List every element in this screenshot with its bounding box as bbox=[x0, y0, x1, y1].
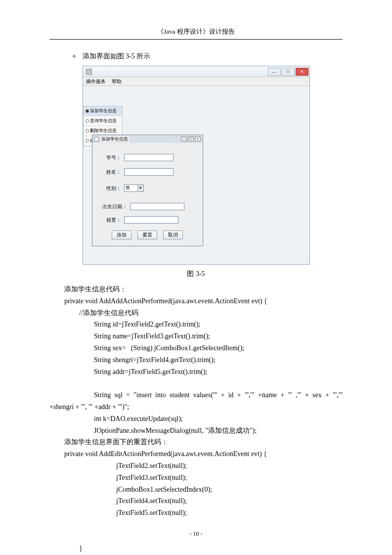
label-name: 姓名： bbox=[101, 169, 121, 176]
code-line: jTextField2.setText(null); bbox=[49, 460, 343, 472]
code-line: 添加学生信息代码： bbox=[49, 283, 343, 295]
header-rule bbox=[49, 39, 343, 40]
page-number: - 10 - bbox=[0, 530, 392, 538]
label-addr: 籍贯： bbox=[101, 217, 121, 224]
code-line: 添加学生信息界面下的重置代码： bbox=[49, 436, 343, 448]
code-blank bbox=[49, 377, 343, 389]
code-line: private void AddEditActionPerformed(java… bbox=[49, 448, 343, 460]
code-line: private void AddAddActionPerformed(java.… bbox=[49, 295, 343, 307]
app-body: 添加学生信息 查询学生信息 删除学生信息 修改学生信息 添加学生信息 – □ × bbox=[83, 86, 309, 264]
code-line: //添加学生信息代码 bbox=[49, 307, 343, 319]
close-button[interactable]: ✕ bbox=[296, 68, 308, 76]
diamond-bullet-icon: ✧ bbox=[72, 53, 77, 60]
iframe-minimize-icon[interactable]: – bbox=[181, 137, 187, 141]
label-id: 学号： bbox=[101, 154, 121, 161]
page-header: 《Java 程序设计》设计报告 bbox=[49, 27, 343, 36]
code-line: int k=DAO.executeUpdate(sql); bbox=[49, 413, 343, 425]
cancel-button[interactable]: 取消 bbox=[163, 231, 183, 239]
section-heading: ✧ 添加界面如图 3-5 所示 bbox=[72, 52, 343, 61]
internal-frame-titlebar: 添加学生信息 – □ × bbox=[92, 135, 203, 143]
code-line: String name=jTextField3.getText().trim()… bbox=[49, 330, 343, 342]
code-line: String sex= (String) jComboBox1.getSelec… bbox=[49, 342, 343, 354]
sidebar-item-add[interactable]: 添加学生信息 bbox=[84, 106, 122, 116]
addr-field[interactable] bbox=[124, 216, 178, 224]
radio-icon bbox=[86, 139, 89, 142]
code-line: jTextField4.setText(null); bbox=[49, 495, 343, 507]
id-field[interactable] bbox=[124, 154, 174, 161]
form-body: 学号： 姓名： 性别： 男 ▼ 出生 bbox=[92, 143, 203, 244]
code-line: String sql = "insert into student values… bbox=[49, 389, 343, 401]
maximize-button[interactable]: □ bbox=[282, 68, 295, 76]
radio-icon bbox=[86, 129, 89, 133]
code-line: jTextField5.setText(null); bbox=[49, 507, 343, 519]
row-id: 学号： bbox=[92, 152, 203, 163]
sidebar-item-query[interactable]: 查询学生信息 bbox=[84, 116, 122, 126]
code-line: JOptionPane.showMessageDialog(null, "添加信… bbox=[49, 425, 343, 437]
java-app-icon bbox=[86, 69, 92, 75]
reset-button[interactable]: 重置 bbox=[137, 231, 157, 239]
code-line: String shengri=jTextField4.getText().tri… bbox=[49, 354, 343, 366]
sex-combobox[interactable]: 男 ▼ bbox=[124, 185, 144, 192]
code-line: String id=jTextField2.getText().trim(); bbox=[49, 319, 343, 330]
figure-caption: 图 3-5 bbox=[49, 270, 343, 278]
window-titlebar: — □ ✕ bbox=[83, 66, 309, 77]
internal-frame-title: 添加学生信息 bbox=[100, 136, 129, 142]
chevron-down-icon: ▼ bbox=[137, 185, 143, 191]
birth-field[interactable] bbox=[130, 203, 184, 210]
code-line: String addr=jTextField5.getText().trim()… bbox=[49, 366, 343, 378]
row-name: 姓名： bbox=[92, 166, 203, 178]
label-birth: 出生日期： bbox=[101, 203, 127, 210]
menu-operations[interactable]: 操作服务 bbox=[86, 79, 106, 84]
menu-help[interactable]: 帮助 bbox=[112, 79, 122, 84]
row-sex: 性别： 男 ▼ bbox=[92, 183, 203, 194]
code-line: } bbox=[49, 543, 343, 555]
sex-value: 男 bbox=[125, 185, 137, 191]
code-line: jComboBox1.setSelectedIndex(0); bbox=[49, 484, 343, 496]
sidebar-item-label: 删除学生信息 bbox=[90, 128, 117, 133]
row-birth: 出生日期： bbox=[92, 201, 203, 212]
minimize-button[interactable]: — bbox=[268, 68, 281, 76]
code-line: +shengri + "', '" +addr + "')"; bbox=[49, 401, 343, 413]
sidebar-item-label: 添加学生信息 bbox=[90, 108, 117, 113]
label-sex: 性别： bbox=[101, 185, 121, 192]
internal-frame: 添加学生信息 – □ × 学号： 姓名： bbox=[92, 135, 203, 246]
iframe-maximize-icon[interactable]: □ bbox=[188, 137, 194, 141]
name-field[interactable] bbox=[124, 168, 174, 176]
iframe-close-icon[interactable]: × bbox=[195, 137, 201, 141]
radio-icon bbox=[86, 119, 89, 123]
button-row: 添加 重置 取消 bbox=[92, 226, 203, 244]
code-line: jTextField3.setText(null); bbox=[49, 472, 343, 484]
sidebar-item-label: 查询学生信息 bbox=[90, 118, 117, 123]
add-button[interactable]: 添加 bbox=[112, 231, 131, 239]
frame-icon bbox=[94, 137, 99, 141]
code-block: 添加学生信息代码： private void AddAddActionPerfo… bbox=[49, 283, 343, 554]
menubar: 操作服务 帮助 bbox=[83, 77, 309, 86]
code-blank bbox=[49, 519, 343, 531]
radio-icon bbox=[86, 109, 89, 113]
section-heading-text: 添加界面如图 3-5 所示 bbox=[83, 52, 151, 60]
app-window: — □ ✕ 操作服务 帮助 添加学生信息 查询学生信息 删除学生信息 修改学生信… bbox=[83, 66, 310, 265]
row-addr: 籍贯： bbox=[92, 214, 203, 226]
